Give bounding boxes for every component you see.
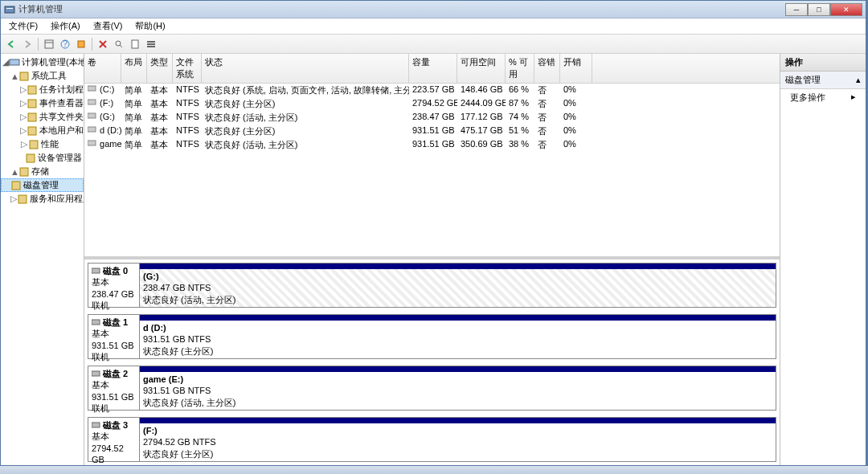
- tree-item[interactable]: ▲系统工具: [1, 69, 84, 83]
- svg-rect-25: [88, 100, 96, 104]
- tree-item-label: 本地用户和组: [39, 125, 84, 137]
- storage-icon: [18, 166, 30, 178]
- tree-item[interactable]: 设备管理器: [1, 151, 84, 165]
- svg-rect-30: [92, 320, 100, 325]
- tree-item[interactable]: ▷服务和应用程序: [1, 192, 84, 206]
- tool-list-button[interactable]: [144, 37, 158, 51]
- svg-rect-32: [92, 423, 100, 427]
- svg-rect-14: [20, 72, 28, 80]
- app-window: 计算机管理 ─ □ ✕ 文件(F) 操作(A) 查看(V) 帮助(H) ? ◢ …: [0, 0, 866, 466]
- collapse-icon: ▴: [856, 75, 861, 85]
- event-icon: [27, 98, 38, 109]
- help-button[interactable]: ?: [58, 37, 72, 51]
- tool-prop-button[interactable]: [128, 37, 142, 51]
- svg-rect-31: [92, 371, 100, 376]
- tree-item-label: 存储: [31, 165, 49, 178]
- actions-section[interactable]: 磁盘管理 ▴: [780, 72, 866, 89]
- svg-rect-12: [147, 46, 155, 47]
- svg-rect-28: [88, 141, 96, 145]
- disk-partition[interactable]: game (E:) 931.51 GB NTFS 状态良好 (活动, 主分区): [140, 366, 776, 410]
- tree-item[interactable]: ▷共享文件夹: [1, 110, 84, 124]
- disk-row[interactable]: 磁盘 3 基本2794.52 GB联机 (F:) 2794.52 GB NTFS…: [88, 417, 776, 462]
- titlebar: 计算机管理 ─ □ ✕: [1, 1, 866, 18]
- actions-pane: 操作 磁盘管理 ▴ 更多操作 ▸: [780, 54, 866, 465]
- tree-item[interactable]: ▷事件查看器: [1, 96, 84, 110]
- forward-button[interactable]: [20, 37, 35, 51]
- menu-view[interactable]: 查看(V): [88, 18, 128, 34]
- maximize-button[interactable]: □: [808, 3, 830, 16]
- actions-more[interactable]: 更多操作 ▸: [780, 89, 866, 106]
- disk-graphical-view: 磁盘 0 基本238.47 GB联机 (G:) 238.47 GB NTFS 状…: [84, 259, 780, 465]
- col-volume[interactable]: 卷: [84, 54, 121, 83]
- svg-rect-16: [28, 100, 36, 108]
- svg-line-8: [120, 45, 122, 47]
- tree-item-label: 性能: [41, 138, 59, 150]
- col-free[interactable]: 可用空间: [457, 54, 506, 83]
- svg-rect-24: [88, 86, 96, 91]
- close-button[interactable]: ✕: [830, 3, 862, 16]
- disk-info: 磁盘 2 基本931.51 GB联机: [88, 366, 140, 410]
- col-overhead[interactable]: 开销: [560, 54, 592, 83]
- svg-rect-27: [88, 127, 96, 132]
- col-ft[interactable]: 容错: [534, 54, 560, 83]
- svg-rect-15: [28, 86, 36, 94]
- volume-row[interactable]: (G:)简单基本NTFS状态良好 (活动, 主分区)238.47 GB177.1…: [84, 111, 780, 125]
- col-layout[interactable]: 布局: [121, 54, 147, 83]
- svg-text:?: ?: [63, 39, 68, 48]
- tree-root-label: 计算机管理(本地): [22, 56, 84, 68]
- svg-rect-1: [6, 8, 13, 9]
- svg-rect-2: [45, 40, 53, 48]
- svg-rect-10: [147, 41, 155, 43]
- volume-row[interactable]: (F:)简单基本NTFS状态良好 (主分区)2794.52 GB2444.09 …: [84, 97, 780, 111]
- nav-tree: ◢ 计算机管理(本地) ▲系统工具▷任务计划程序▷事件查看器▷共享文件夹▷本地用…: [1, 54, 84, 465]
- col-fs[interactable]: 文件系统: [173, 54, 202, 83]
- volume-header: 卷 布局 类型 文件系统 状态 容量 可用空间 % 可用 容错 开销: [84, 54, 780, 84]
- tree-item[interactable]: 磁盘管理: [1, 178, 84, 192]
- menu-help[interactable]: 帮助(H): [130, 18, 170, 34]
- back-button[interactable]: [4, 37, 18, 51]
- disk-partition[interactable]: (F:) 2794.52 GB NTFS 状态良好 (主分区): [140, 418, 776, 461]
- svg-rect-26: [88, 113, 96, 118]
- tree-item[interactable]: ▷性能: [1, 137, 84, 151]
- svg-rect-21: [20, 168, 28, 176]
- app-icon: [4, 4, 15, 15]
- toolbar: ?: [1, 35, 866, 54]
- col-capacity[interactable]: 容量: [409, 54, 457, 83]
- tree-item[interactable]: ▷本地用户和组: [1, 124, 84, 137]
- refresh-button[interactable]: [74, 37, 88, 51]
- svg-rect-13: [10, 59, 19, 65]
- clock-icon: [27, 84, 38, 96]
- tool-search-button[interactable]: [112, 37, 126, 51]
- tree-item-label: 服务和应用程序: [30, 193, 84, 205]
- computer-icon: [9, 57, 20, 68]
- tree-root[interactable]: ◢ 计算机管理(本地): [1, 55, 84, 69]
- col-pct[interactable]: % 可用: [506, 54, 534, 83]
- disk-partition[interactable]: d (D:) 931.51 GB NTFS 状态良好 (主分区): [140, 315, 776, 358]
- col-type[interactable]: 类型: [147, 54, 173, 83]
- tree-item-label: 设备管理器: [38, 152, 82, 164]
- tree-item-label: 系统工具: [31, 70, 67, 82]
- volume-row[interactable]: d (D:)简单基本NTFS状态良好 (主分区)931.51 GB475.17 …: [84, 125, 780, 138]
- disk-info: 磁盘 0 基本238.47 GB联机: [88, 264, 140, 307]
- tree-item-label: 磁盘管理: [23, 179, 59, 191]
- col-status[interactable]: 状态: [202, 54, 409, 83]
- svg-rect-6: [78, 41, 84, 47]
- minimize-button[interactable]: ─: [785, 3, 808, 16]
- disk-row[interactable]: 磁盘 1 基本931.51 GB联机 d (D:) 931.51 GB NTFS…: [88, 314, 776, 359]
- menu-file[interactable]: 文件(F): [4, 18, 43, 34]
- svg-rect-9: [132, 40, 138, 48]
- tree-item[interactable]: ▷任务计划程序: [1, 83, 84, 96]
- svg-rect-20: [27, 154, 35, 162]
- svg-rect-0: [5, 6, 14, 13]
- views-button[interactable]: [42, 37, 56, 51]
- tool-x-button[interactable]: [96, 37, 110, 51]
- volume-row[interactable]: game (E:)简单基本NTFS状态良好 (活动, 主分区)931.51 GB…: [84, 138, 780, 152]
- tools-icon: [18, 71, 30, 82]
- volume-row[interactable]: (C:)简单基本NTFS状态良好 (系统, 启动, 页面文件, 活动, 故障转储…: [84, 84, 780, 97]
- disk-row[interactable]: 磁盘 0 基本238.47 GB联机 (G:) 238.47 GB NTFS 状…: [88, 263, 776, 308]
- disk-row[interactable]: 磁盘 2 基本931.51 GB联机 game (E:) 931.51 GB N…: [88, 366, 776, 411]
- tree-item[interactable]: ▲存储: [1, 165, 84, 178]
- taskbar[interactable]: [0, 466, 868, 474]
- menu-action[interactable]: 操作(A): [46, 18, 85, 34]
- disk-partition[interactable]: (G:) 238.47 GB NTFS 状态良好 (活动, 主分区): [140, 264, 776, 307]
